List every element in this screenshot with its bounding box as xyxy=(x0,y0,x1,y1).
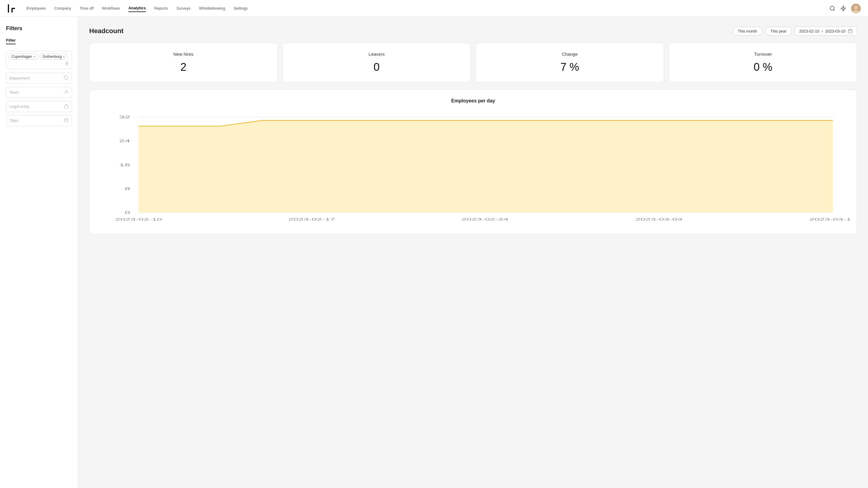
copenhagen-tag-label: Copenhagen xyxy=(11,55,32,59)
turnover-label: Turnover xyxy=(676,52,849,57)
filters-sidebar: Filters Filter Copenhagen × Gothenburg × xyxy=(0,17,79,488)
svg-text:2023-03-03: 2023-03-03 xyxy=(635,218,682,221)
change-value: 7 % xyxy=(483,61,656,73)
gothenburg-tag-label: Gothenburg xyxy=(42,55,61,59)
nav-workflows[interactable]: Workflows xyxy=(102,5,120,12)
nav-employees[interactable]: Employees xyxy=(27,5,46,12)
svg-text:2023-02-10: 2023-02-10 xyxy=(115,218,162,221)
nav-actions xyxy=(830,4,861,13)
team-filter[interactable]: Team xyxy=(6,87,72,98)
svg-text:2023-02-24: 2023-02-24 xyxy=(461,218,508,221)
gothenburg-remove-icon[interactable]: × xyxy=(63,55,65,59)
this-month-button[interactable]: This month xyxy=(733,27,762,36)
nav-analytics[interactable]: Analytics xyxy=(128,4,146,12)
leavers-card: Leavers 0 xyxy=(282,43,471,82)
date-to: 2023-03-10 xyxy=(826,29,846,33)
calendar-icon xyxy=(848,29,852,33)
svg-text:8: 8 xyxy=(124,187,130,191)
svg-text:16: 16 xyxy=(119,163,130,167)
change-label: Change xyxy=(483,52,656,57)
svg-text:24: 24 xyxy=(119,139,130,143)
new-hires-value: 2 xyxy=(97,61,270,73)
titles-icon xyxy=(64,118,69,124)
chart-card: Employees per day 0 8 16 xyxy=(89,90,857,234)
legal-entity-filter[interactable]: Legal entity xyxy=(6,101,72,112)
svg-text:2023-03-10: 2023-03-10 xyxy=(809,218,849,221)
employees-per-day-chart: 0 8 16 24 32 2023-02-10 2023-02-17 2023-… xyxy=(97,111,849,225)
sidebar-title: Filters xyxy=(6,25,72,32)
svg-marker-5 xyxy=(841,6,846,11)
search-icon[interactable] xyxy=(830,5,835,11)
nav-reports[interactable]: Reports xyxy=(154,5,168,12)
legal-entity-placeholder: Legal entity xyxy=(9,104,30,109)
svg-text:32: 32 xyxy=(119,115,130,119)
svg-point-3 xyxy=(830,6,834,10)
headcount-header: Headcount This month This year 2023-02-1… xyxy=(89,27,857,36)
copenhagen-remove-icon[interactable]: × xyxy=(33,55,35,59)
turnover-value: 0 % xyxy=(676,61,849,73)
date-from: 2023-02-10 xyxy=(799,29,819,33)
department-icon xyxy=(64,75,69,81)
gothenburg-tag[interactable]: Gothenburg × xyxy=(40,54,67,60)
location-icon xyxy=(9,61,69,66)
legal-entity-icon xyxy=(64,104,69,109)
nav-company[interactable]: Company xyxy=(54,5,71,12)
filter-label: Filter xyxy=(6,38,16,44)
lightning-icon[interactable] xyxy=(840,5,846,11)
top-navigation: Employees Company Time off Workflows Ana… xyxy=(0,0,868,17)
headcount-title: Headcount xyxy=(89,27,124,35)
chart-area: 0 8 16 24 32 2023-02-10 2023-02-17 2023-… xyxy=(97,111,849,225)
stats-grid: New hires 2 Leavers 0 Change 7 % Turnove… xyxy=(89,43,857,82)
turnover-card: Turnover 0 % xyxy=(669,43,857,82)
leavers-value: 0 xyxy=(290,61,463,73)
this-year-button[interactable]: This year xyxy=(765,27,792,36)
svg-point-9 xyxy=(66,63,67,64)
svg-text:2023-02-17: 2023-02-17 xyxy=(288,218,335,221)
svg-text:0: 0 xyxy=(124,210,130,215)
copenhagen-tag[interactable]: Copenhagen × xyxy=(9,54,38,60)
svg-rect-16 xyxy=(848,30,852,33)
main-layout: Filters Filter Copenhagen × Gothenburg × xyxy=(0,17,868,488)
date-range-picker[interactable]: 2023-02-10 › 2023-03-10 xyxy=(795,27,857,36)
new-hires-card: New hires 2 xyxy=(89,43,278,82)
titles-placeholder: Titles xyxy=(9,119,19,123)
svg-rect-12 xyxy=(64,105,68,108)
nav-settings[interactable]: Settings xyxy=(234,5,248,12)
svg-rect-2 xyxy=(11,8,15,9)
app-logo[interactable] xyxy=(7,4,17,13)
change-card: Change 7 % xyxy=(475,43,664,82)
svg-rect-13 xyxy=(64,119,68,122)
headcount-controls: This month This year 2023-02-10 › 2023-0… xyxy=(733,27,857,36)
chart-title: Employees per day xyxy=(97,98,849,104)
department-placeholder: Department xyxy=(9,76,30,80)
nav-surveys[interactable]: Surveys xyxy=(176,5,190,12)
new-hires-label: New hires xyxy=(97,52,270,57)
svg-line-4 xyxy=(834,9,835,10)
date-range-separator: › xyxy=(822,29,823,33)
titles-filter[interactable]: Titles xyxy=(6,115,72,126)
nav-timeoff[interactable]: Time off xyxy=(80,5,93,12)
team-icon xyxy=(64,90,69,95)
svg-point-7 xyxy=(854,6,858,9)
nav-whistleblowing[interactable]: Whistleblowing xyxy=(199,5,225,12)
team-placeholder: Team xyxy=(9,90,19,95)
leavers-label: Leavers xyxy=(290,52,463,57)
location-filter-box[interactable]: Copenhagen × Gothenburg × xyxy=(6,51,72,69)
svg-point-11 xyxy=(65,90,67,92)
nav-links: Employees Company Time off Workflows Ana… xyxy=(27,4,820,12)
user-avatar[interactable] xyxy=(851,4,861,13)
department-filter[interactable]: Department xyxy=(6,73,72,84)
main-content: Headcount This month This year 2023-02-1… xyxy=(79,17,868,488)
svg-rect-0 xyxy=(8,4,9,13)
